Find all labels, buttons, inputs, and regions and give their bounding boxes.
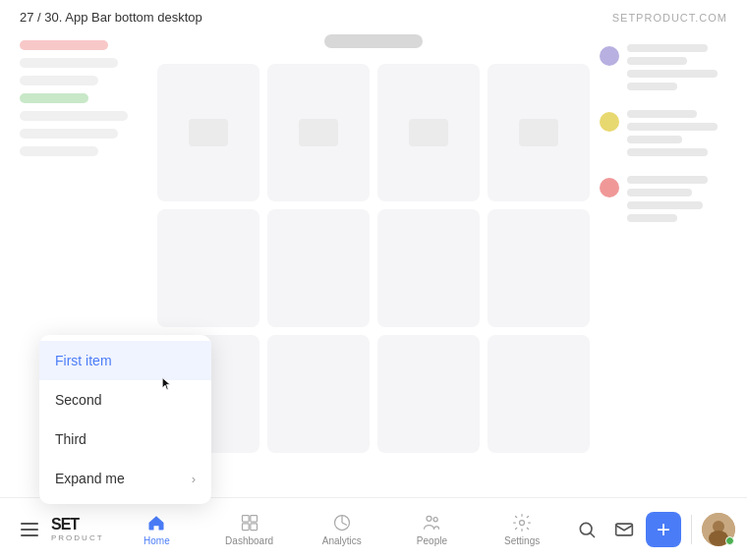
svg-rect-3 — [250, 523, 257, 530]
logo[interactable]: SET PRODUCT — [51, 516, 104, 542]
left-bar-5 — [20, 111, 128, 121]
bottom-app-bar: SET PRODUCT Home Dashboard — [0, 497, 747, 560]
menu-line-2 — [21, 529, 38, 531]
card-12 — [488, 335, 590, 453]
card-6 — [267, 209, 370, 327]
card-2 — [267, 64, 370, 201]
right-item-3 — [600, 176, 727, 222]
card-5 — [157, 209, 259, 327]
people-icon — [422, 513, 441, 532]
svg-point-6 — [434, 517, 438, 521]
nav-dashboard[interactable]: Dashboard — [225, 513, 273, 546]
dot-purple — [600, 46, 619, 66]
right-item-1 — [600, 44, 727, 90]
left-bar-1 — [20, 40, 108, 50]
search-icon — [577, 520, 597, 539]
svg-point-5 — [427, 516, 431, 521]
dropdown-item-third-label: Third — [55, 431, 86, 447]
dropdown-item-expand[interactable]: Expand me › — [39, 459, 211, 498]
bottom-nav: Home Dashboard Analytics — [112, 513, 567, 546]
right-item-2 — [600, 110, 727, 156]
dot-pink — [600, 178, 619, 197]
left-bar-2 — [20, 58, 118, 68]
bar-divider — [691, 515, 692, 544]
right-lines-2 — [627, 110, 727, 156]
bar-actions: + — [571, 512, 735, 547]
dot-yellow — [600, 112, 619, 132]
card-7 — [377, 209, 480, 327]
home-icon — [146, 513, 166, 532]
card-1 — [157, 64, 259, 201]
chevron-right-icon: › — [192, 472, 196, 486]
dropdown-item-third[interactable]: Third — [39, 420, 211, 459]
right-lines-3 — [627, 176, 727, 222]
nav-settings[interactable]: Settings — [500, 513, 544, 546]
settings-icon — [512, 513, 532, 532]
dropdown-item-second-label: Second — [55, 392, 101, 408]
analytics-icon — [332, 513, 352, 532]
card-4 — [488, 64, 590, 201]
svg-rect-2 — [242, 523, 249, 530]
brand-label: SETPRODUCT.COM — [612, 12, 727, 24]
nav-analytics[interactable]: Analytics — [320, 513, 364, 546]
dropdown-item-second[interactable]: Second — [39, 380, 211, 420]
svg-rect-1 — [250, 515, 257, 522]
card-grid — [157, 64, 590, 453]
nav-dashboard-label: Dashboard — [225, 535, 273, 546]
card-11 — [377, 335, 480, 453]
menu-line-3 — [21, 534, 38, 536]
logo-sub: PRODUCT — [51, 533, 104, 542]
nav-settings-label: Settings — [504, 535, 540, 546]
nav-analytics-label: Analytics — [322, 535, 362, 546]
left-bar-3 — [20, 76, 98, 85]
logo-text: SET — [51, 516, 79, 532]
avatar-online-dot — [725, 536, 734, 545]
dashboard-icon — [240, 513, 259, 532]
add-button[interactable]: + — [646, 512, 681, 547]
dropdown-item-first[interactable]: First item — [39, 341, 211, 380]
center-top — [157, 30, 590, 56]
nav-people[interactable]: People — [410, 513, 453, 546]
plus-icon: + — [657, 518, 670, 541]
dropdown-menu: First item Second Third Expand me › — [39, 335, 211, 504]
top-bar: 27 / 30. App Bar bottom desktop SETPRODU… — [0, 0, 747, 30]
menu-button[interactable] — [12, 512, 47, 547]
search-button[interactable] — [571, 514, 603, 545]
search-bar-placeholder — [324, 34, 423, 48]
card-10 — [267, 335, 370, 453]
dropdown-item-first-label: First item — [55, 353, 112, 368]
menu-line-1 — [21, 523, 38, 525]
left-bar-7 — [20, 146, 98, 156]
nav-home-label: Home — [144, 535, 170, 546]
nav-home[interactable]: Home — [135, 513, 178, 546]
dropdown-item-expand-label: Expand me — [55, 471, 125, 486]
center-panel — [157, 30, 590, 453]
card-3 — [377, 64, 480, 201]
logo-content: SET PRODUCT — [51, 516, 104, 542]
card-8 — [488, 209, 590, 327]
main-content: First item Second Third Expand me › — [0, 30, 747, 453]
left-bar-6 — [20, 129, 118, 139]
avatar-button[interactable] — [702, 513, 735, 546]
breadcrumb: 27 / 30. App Bar bottom desktop — [20, 10, 202, 25]
mail-button[interactable] — [608, 514, 640, 545]
svg-point-7 — [520, 520, 525, 525]
nav-people-label: People — [417, 535, 447, 546]
right-panel — [600, 30, 727, 453]
right-lines-1 — [627, 44, 727, 90]
svg-rect-0 — [242, 515, 249, 522]
left-bar-4 — [20, 93, 88, 103]
mail-icon — [614, 520, 634, 539]
